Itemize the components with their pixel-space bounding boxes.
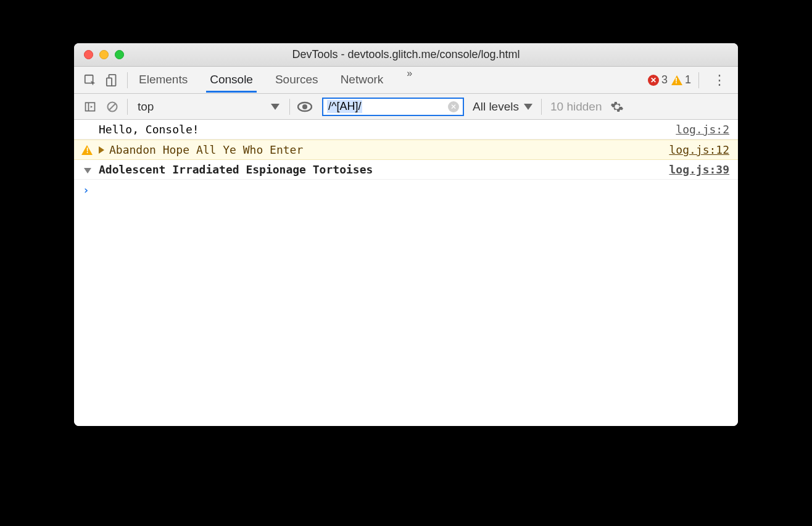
- divider: [127, 72, 128, 88]
- execution-context-selector[interactable]: top: [131, 99, 286, 115]
- svg-rect-2: [107, 78, 112, 86]
- warning-icon: [81, 145, 93, 155]
- window-title: DevTools - devtools.glitch.me/console/lo…: [292, 48, 520, 61]
- clear-filter-icon[interactable]: ✕: [448, 101, 459, 112]
- console-messages: Hello, Console! log.js:2 Abandon Hope Al…: [74, 120, 738, 426]
- hidden-messages-label[interactable]: 10 hidden: [550, 100, 602, 114]
- devtools-window: DevTools - devtools.glitch.me/console/lo…: [74, 43, 738, 426]
- toggle-console-sidebar-icon[interactable]: [79, 96, 101, 117]
- warning-count: 1: [685, 73, 691, 86]
- close-window-button[interactable]: [84, 50, 93, 59]
- console-prompt[interactable]: ›: [74, 180, 738, 200]
- minimize-window-button[interactable]: [99, 50, 109, 59]
- error-icon: ✕: [648, 75, 659, 86]
- inspect-element-icon[interactable]: [79, 70, 101, 91]
- tab-elements[interactable]: Elements: [136, 68, 190, 92]
- more-menu-icon[interactable]: ⋮: [706, 72, 733, 88]
- svg-point-9: [302, 104, 307, 109]
- context-label: top: [138, 100, 154, 114]
- maximize-window-button[interactable]: [115, 50, 124, 59]
- message-text: Abandon Hope All Ye Who Enter: [109, 143, 303, 156]
- warning-icon: [671, 75, 682, 85]
- divider: [127, 99, 128, 115]
- message-text: Adolescent Irradiated Espionage Tortoise…: [99, 163, 373, 176]
- console-toolbar: top /^[AH]/ ✕ All levels 10 hidden: [74, 94, 738, 120]
- tab-network[interactable]: Network: [338, 68, 386, 92]
- filter-value: /^[AH]/: [327, 100, 362, 113]
- tabbar-status: ✕ 3 1 ⋮: [648, 72, 733, 88]
- error-counter[interactable]: ✕ 3: [648, 73, 668, 86]
- panel-tabs: Elements Console Sources Network »: [136, 68, 416, 92]
- window-traffic-lights: [84, 50, 124, 59]
- console-log-row[interactable]: Hello, Console! log.js:2: [74, 120, 738, 140]
- divider: [289, 99, 290, 115]
- tab-sources[interactable]: Sources: [273, 68, 321, 92]
- tab-console[interactable]: Console: [207, 68, 255, 92]
- message-source-link[interactable]: log.js:12: [669, 143, 729, 156]
- log-level-selector[interactable]: All levels: [473, 100, 532, 114]
- message-source-link[interactable]: log.js:2: [676, 123, 729, 136]
- message-source-link[interactable]: log.js:39: [669, 163, 729, 176]
- window-titlebar: DevTools - devtools.glitch.me/console/lo…: [74, 43, 738, 67]
- main-tabbar: Elements Console Sources Network » ✕ 3 1…: [74, 67, 738, 94]
- console-group-row[interactable]: Adolescent Irradiated Espionage Tortoise…: [74, 160, 738, 180]
- error-count: 3: [661, 73, 668, 86]
- live-expression-icon[interactable]: [294, 96, 316, 117]
- divider: [541, 99, 542, 115]
- divider: [698, 72, 699, 88]
- prompt-glyph: ›: [83, 183, 89, 196]
- collapse-icon[interactable]: [84, 168, 91, 173]
- svg-rect-3: [86, 102, 95, 111]
- clear-console-icon[interactable]: [101, 96, 123, 117]
- warning-counter[interactable]: 1: [671, 73, 691, 86]
- device-toolbar-icon[interactable]: [101, 70, 123, 91]
- chevron-down-icon: [271, 104, 280, 110]
- console-warning-row[interactable]: Abandon Hope All Ye Who Enter log.js:12: [74, 140, 738, 160]
- svg-marker-5: [91, 106, 93, 107]
- chevron-down-icon: [524, 104, 532, 110]
- levels-label: All levels: [473, 100, 519, 114]
- filter-input[interactable]: /^[AH]/ ✕: [322, 98, 464, 116]
- expand-icon[interactable]: [99, 146, 104, 154]
- tabs-overflow-button[interactable]: »: [403, 68, 416, 92]
- message-text: Hello, Console!: [99, 123, 199, 136]
- console-settings-icon[interactable]: [610, 100, 624, 114]
- svg-line-7: [109, 104, 115, 110]
